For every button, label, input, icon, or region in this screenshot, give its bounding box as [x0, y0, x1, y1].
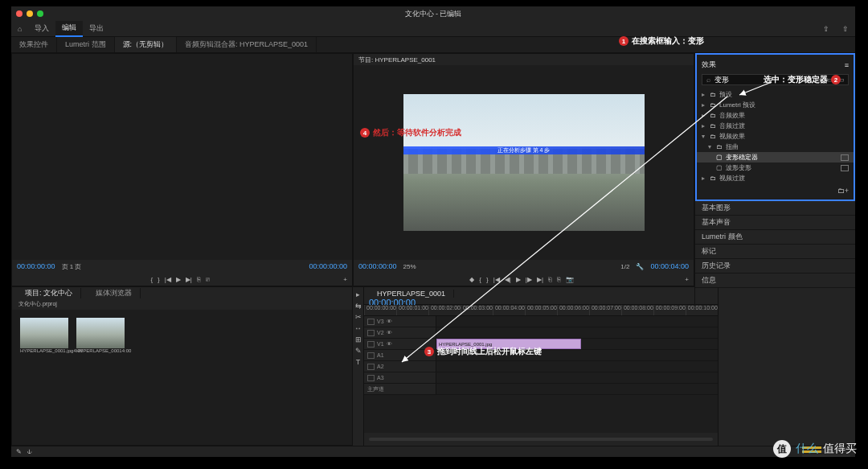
ruler-tick: 00:00:09:00	[653, 305, 686, 315]
project-item[interactable]: HYPERLAPSE_00014:00	[76, 318, 125, 437]
tree-lens-distort[interactable]: 波形变形	[726, 163, 751, 172]
project-item[interactable]: HYPERLAPSE_0001.jpg4:00	[20, 318, 68, 437]
go-out-icon[interactable]: ▶|	[537, 276, 543, 283]
slip-tool-icon[interactable]: ↔	[354, 324, 362, 332]
annotation-badge: 2	[831, 75, 841, 84]
step-fwd-icon[interactable]: |▶	[526, 276, 532, 283]
folder-icon: 🗀	[710, 101, 716, 109]
workspace-import[interactable]: 导入	[28, 21, 55, 37]
annotation-text: 选中：变形稳定器	[764, 74, 828, 85]
tab-lumetri-scopes[interactable]: Lumetri 范围	[57, 37, 115, 52]
new-bin-icon[interactable]: 🗀+	[837, 187, 849, 195]
tab-source-noclip[interactable]: 源:（无剪辑）	[115, 37, 178, 52]
annotation-2: 选中：变形稳定器 2	[764, 74, 841, 85]
track-toggle[interactable]	[367, 375, 375, 381]
folder-icon: 🗀	[710, 91, 716, 98]
go-in-icon[interactable]: |◀	[493, 276, 500, 283]
track-master[interactable]: 主声道	[367, 385, 384, 393]
snap-icon[interactable]: ⫝	[27, 448, 33, 455]
project-tab[interactable]: 项目: 文化中心	[17, 288, 81, 298]
zoom-slider[interactable]	[369, 438, 713, 441]
tree-audiotr[interactable]: 音频过渡	[719, 121, 745, 130]
tree-distort[interactable]: 扭曲	[726, 142, 739, 151]
mark-out-icon[interactable]: }	[486, 276, 489, 283]
program-fit[interactable]: 1/2	[620, 263, 629, 270]
button-editor-icon[interactable]: +	[685, 276, 689, 283]
track-toggle[interactable]	[367, 319, 375, 325]
program-zoom[interactable]: 25%	[403, 263, 416, 270]
overwrite-icon[interactable]: ⎚	[206, 276, 210, 283]
workspace-export[interactable]: 导出	[83, 21, 110, 37]
share-icon[interactable]: ⇧	[836, 21, 855, 37]
track-toggle[interactable]	[367, 330, 375, 336]
lift-icon[interactable]: ⎗	[548, 276, 552, 283]
eye-icon[interactable]: 👁	[387, 341, 392, 347]
type-tool-icon[interactable]: T	[354, 358, 362, 366]
step-fwd-icon[interactable]: ▶|	[186, 276, 192, 283]
item-dur: 4:00	[122, 348, 132, 353]
razor-tool-icon[interactable]: ✂	[354, 313, 362, 321]
track-a2[interactable]: A2	[377, 364, 384, 369]
pen-tool-icon[interactable]: ✎	[354, 347, 362, 355]
mark-in-icon[interactable]: {	[479, 276, 481, 283]
wrench-icon[interactable]: 🔧	[636, 263, 644, 270]
tab-audio-clip-mixer[interactable]: 音频剪辑混合器: HYPERLAPSE_0001	[177, 37, 317, 52]
panel-lumetri-color[interactable]: Lumetri 颜色	[695, 230, 855, 245]
insert-icon[interactable]: ⎘	[197, 276, 201, 283]
track-a3[interactable]: A3	[377, 375, 384, 381]
eye-icon[interactable]: 👁	[387, 319, 392, 324]
panel-history[interactable]: 历史记录	[695, 259, 855, 274]
media-browser-tab[interactable]: 媒体浏览器	[88, 288, 141, 298]
tree-presets[interactable]: 预设	[719, 90, 732, 99]
ruler-tick: 00:00:01:00	[396, 305, 428, 315]
quick-export-icon[interactable]: ⇪	[817, 21, 836, 37]
workspace-edit[interactable]: 编辑	[55, 21, 83, 37]
sequence-tab[interactable]: HYPERLAPSE_0001	[369, 290, 454, 298]
track-toggle[interactable]	[367, 364, 375, 370]
track-v3[interactable]: V3	[377, 319, 384, 324]
panel-info[interactable]: 信息	[695, 274, 855, 288]
track-v2[interactable]: V2	[377, 330, 384, 335]
home-icon[interactable]: ⌂	[11, 21, 28, 37]
grid-tool-icon[interactable]: ⊞	[354, 335, 362, 344]
time-ruler[interactable]: 00:00:00:00 00:00:01:00 00:00:02:00 00:0…	[364, 305, 718, 316]
folder-icon: 🗀	[710, 112, 716, 119]
effects-title: 效果	[702, 60, 716, 70]
add-marker-icon[interactable]: ◆	[469, 276, 474, 283]
play-icon[interactable]: ▶	[516, 276, 521, 283]
tree-warp-stabilizer[interactable]: 变形稳定器	[726, 153, 758, 162]
folder-icon: 🗀	[710, 175, 716, 182]
track-a1[interactable]: A1	[377, 352, 384, 358]
step-back-icon[interactable]: |◀	[165, 276, 171, 283]
item-name: HYPERLAPSE_0001	[76, 348, 122, 353]
track-toggle[interactable]	[367, 341, 375, 348]
tree-videofx[interactable]: 视频效果	[719, 132, 745, 141]
track-v1[interactable]: V1	[377, 341, 384, 347]
play-icon[interactable]: ▶	[176, 276, 181, 283]
annotation-badge: 1	[619, 36, 628, 46]
tree-videotr[interactable]: 视频过渡	[719, 174, 745, 183]
panel-markers[interactable]: 标记	[695, 245, 855, 259]
tree-audiofx[interactable]: 音频效果	[719, 111, 745, 120]
annotation-1: 1 在搜索框输入：变形	[619, 35, 704, 47]
eye-icon[interactable]: 👁	[387, 330, 392, 335]
pen-icon[interactable]: ✎	[16, 448, 22, 455]
settings-icon[interactable]: +	[343, 276, 347, 283]
panel-menu-icon[interactable]: ≡	[845, 61, 849, 69]
ruler-tick: 00:00:05:00	[525, 305, 557, 315]
source-panel-tabs: 效果控件 Lumetri 范围 源:（无剪辑） 音频剪辑混合器: HYPERLA…	[11, 37, 855, 53]
extract-icon[interactable]: ⎘	[557, 276, 561, 283]
panel-essential-graphics[interactable]: 基本图形	[695, 201, 855, 216]
track-toggle[interactable]	[367, 352, 375, 359]
fx-type-badge	[841, 154, 849, 161]
selection-tool-icon[interactable]: ▸	[354, 290, 362, 298]
source-monitor: 00:00:00:00 页 1 页 00:00:00:00 { } |◀ ▶ ▶…	[11, 53, 353, 286]
step-back-icon[interactable]: ◀|	[505, 276, 511, 283]
track-select-tool-icon[interactable]: ⇆	[354, 302, 362, 310]
export-frame-icon[interactable]: 📷	[566, 276, 574, 283]
mark-in-icon[interactable]: {	[150, 276, 153, 283]
tab-effect-controls[interactable]: 效果控件	[11, 37, 57, 52]
panel-essential-sound[interactable]: 基本声音	[695, 216, 855, 230]
mark-out-icon[interactable]: }	[158, 276, 160, 283]
tree-lumetri[interactable]: Lumetri 预设	[719, 101, 755, 109]
